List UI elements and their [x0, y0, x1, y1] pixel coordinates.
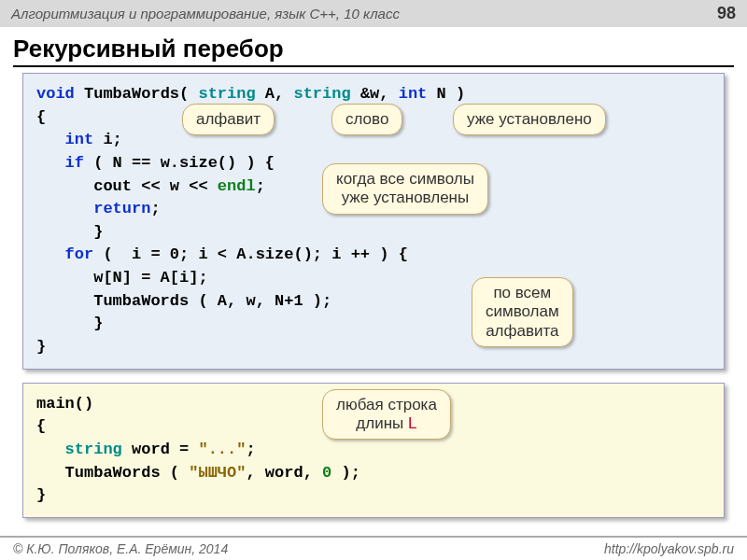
callout-over-all-symbols: по всемсимволамалфавита: [472, 277, 573, 347]
callout-all-symbols-set: когда все символыуже установлены: [322, 163, 488, 215]
callout-already-set: уже установлено: [453, 104, 606, 135]
copyright: © К.Ю. Поляков, Е.А. Ерёмин, 2014: [13, 541, 228, 556]
page-number: 98: [717, 4, 736, 23]
slide-header: Алгоритмизация и программирование, язык …: [0, 0, 747, 27]
callout-word: слово: [331, 104, 402, 135]
slide-footer: © К.Ю. Поляков, Е.А. Ерёмин, 2014 http:/…: [0, 536, 747, 560]
callout-alphabet: алфавит: [182, 104, 275, 135]
footer-url: http://kpolyakov.spb.ru: [604, 541, 734, 556]
code-block-main: main() { string word = "..."; TumbaWords…: [22, 383, 725, 518]
callout-any-string: любая строкадлины L: [322, 389, 451, 441]
slide-title: Рекурсивный перебор: [13, 35, 734, 67]
code-block-function: void TumbaWords( string A, string &w, in…: [22, 73, 725, 370]
header-text: Алгоритмизация и программирование, язык …: [11, 6, 400, 21]
